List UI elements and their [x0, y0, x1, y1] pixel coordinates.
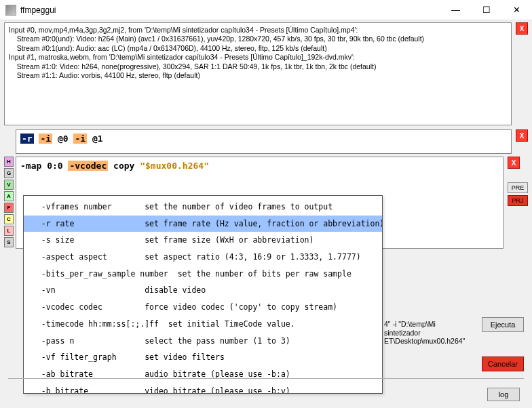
active-token: -r	[20, 134, 34, 144]
close-cmd2-button[interactable]: X	[508, 157, 520, 169]
side-btn-G[interactable]: G	[4, 168, 14, 178]
flag-token: -vcodec	[68, 161, 108, 171]
autocomplete-item[interactable]: -ab bitrate audio bitrate (please use -b…	[24, 366, 382, 383]
side-btn-F[interactable]: F	[4, 203, 14, 213]
autocomplete-item[interactable]: -aspect aspect set aspect ratio (4:3, 16…	[24, 249, 382, 266]
flag-token: -i	[73, 134, 87, 144]
format-buttons-column: H G V A F C L S	[4, 157, 14, 249]
side-btn-H[interactable]: H	[4, 157, 14, 167]
log-button[interactable]: log	[487, 388, 520, 401]
side-btn-A[interactable]: A	[4, 191, 14, 201]
autocomplete-item[interactable]: -timecode hh:mm:ss[:;.]ff set initial Ti…	[24, 316, 382, 333]
autocomplete-item[interactable]: -b bitrate video bitrate (please use -b:…	[24, 383, 382, 394]
input-command-line[interactable]: -r -i @0 -i @1	[16, 129, 512, 154]
execute-button[interactable]: Ejecuta	[482, 317, 524, 332]
prj-button[interactable]: PRJ	[508, 195, 528, 206]
autocomplete-item[interactable]: -pass n select the pass number (1 to 3)	[24, 333, 382, 350]
close-info-button[interactable]: X	[516, 22, 528, 35]
side-btn-L[interactable]: L	[4, 226, 14, 236]
autocomplete-item[interactable]: -vcodec codec force video codec ('copy' …	[24, 299, 382, 316]
autocomplete-item[interactable]: -r rate set frame rate (Hz value, fracti…	[24, 216, 382, 232]
pre-button[interactable]: PRE	[508, 182, 528, 193]
autocomplete-item[interactable]: -s size set frame size (WxH or abbreviat…	[24, 232, 382, 249]
app-icon	[5, 5, 16, 16]
divider	[8, 378, 524, 379]
flag-token: -i	[39, 134, 52, 144]
close-window-button[interactable]: ✕	[501, 0, 532, 20]
side-btn-S[interactable]: S	[4, 237, 14, 247]
close-cmd1-button[interactable]: X	[516, 129, 528, 142]
window-title: ffmpeggui	[20, 5, 440, 15]
media-info-panel: Input #0, mov,mp4,m4a,3gp,3g2,mj2, from …	[4, 22, 512, 125]
side-btn-V[interactable]: V	[4, 180, 14, 190]
command-preview-tail: 4" -i "D:\temp\Mi sintetizador ET\Deskto…	[384, 320, 474, 346]
autocomplete-popup[interactable]: -vframes number set the number of video …	[23, 195, 383, 394]
autocomplete-item[interactable]: -bits_per_raw_sample number set the numb…	[24, 266, 382, 283]
minimize-button[interactable]: —	[440, 0, 471, 20]
cancel-button[interactable]: Cancelar	[482, 356, 524, 371]
variable-token: "$mux00.h264"	[140, 161, 209, 171]
autocomplete-item[interactable]: -vn disable video	[24, 282, 382, 299]
side-btn-C[interactable]: C	[4, 214, 14, 224]
autocomplete-item[interactable]: -vf filter_graph set video filters	[24, 349, 382, 366]
autocomplete-item[interactable]: -vframes number set the number of video …	[24, 199, 382, 216]
maximize-button[interactable]: ☐	[471, 0, 501, 20]
